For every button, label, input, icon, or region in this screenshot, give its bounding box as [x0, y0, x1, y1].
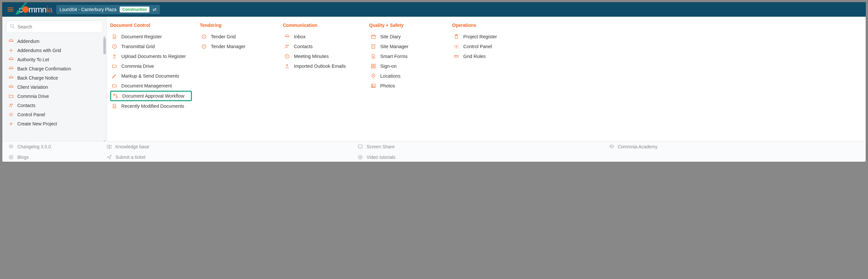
- upload-icon: [284, 63, 290, 69]
- clock-icon: [284, 54, 290, 59]
- menu-item[interactable]: Client Variation: [6, 83, 105, 92]
- menu-item[interactable]: Recently Modified Documents: [110, 101, 192, 111]
- menu-item-label: Contacts: [294, 44, 313, 49]
- menu-item[interactable]: Commnia Drive: [6, 92, 105, 101]
- svg-rect-13: [372, 45, 375, 49]
- menu-item[interactable]: Authority To Let: [6, 55, 105, 64]
- menu-item[interactable]: Control Panel: [452, 41, 518, 51]
- svg-rect-12: [371, 35, 375, 39]
- menu-item[interactable]: Document Management: [110, 81, 192, 91]
- project-label: Lsun004 - Canterbury Plaza: [60, 7, 116, 12]
- menu-item[interactable]: Addendum: [6, 37, 105, 46]
- menu-item[interactable]: Contacts: [283, 41, 361, 51]
- building-icon: [370, 44, 376, 49]
- menu-item[interactable]: Document Approval Workflow: [110, 91, 192, 101]
- svg-point-18: [373, 75, 374, 76]
- search-icon: [10, 24, 15, 30]
- svg-rect-24: [455, 55, 458, 57]
- menu-item[interactable]: Locations: [369, 71, 444, 81]
- menu-item[interactable]: Site Manager: [369, 41, 444, 51]
- menu-item-label: Site Manager: [380, 44, 408, 49]
- menu-item[interactable]: Grid Rules: [452, 51, 518, 61]
- search-input[interactable]: [18, 24, 99, 29]
- scrollbar-thumb[interactable]: [103, 38, 106, 54]
- menu-item[interactable]: Markup & Send Documents: [110, 71, 192, 81]
- footer-link[interactable]: Screen Share: [357, 144, 609, 149]
- doc-icon: [370, 54, 376, 59]
- menu-item-label: Authority To Let: [17, 57, 49, 62]
- clipboard-icon: [454, 34, 459, 39]
- footer-link[interactable]: Submit a ticket: [106, 155, 357, 160]
- menu-item[interactable]: Transmittal Grid: [110, 41, 192, 51]
- column-quality-safety: Quality + Safety Site DiarySite ManagerS…: [369, 23, 444, 138]
- footer-link[interactable]: Commnia Academy: [609, 144, 860, 149]
- workflow-icon: [113, 93, 118, 99]
- menu-item-label: Client Variation: [17, 84, 48, 90]
- column-header: Operations: [452, 23, 518, 28]
- inbox-icon: [284, 34, 290, 39]
- sidebar: ▲ ▼ AddendumAddendums with GridAuthority…: [2, 17, 107, 141]
- inbox-icon: [8, 84, 14, 90]
- svg-point-27: [358, 155, 362, 159]
- menu-item-label: Document Approval Workflow: [122, 93, 184, 99]
- menu-item[interactable]: Addendums with Grid: [6, 46, 105, 55]
- menu-item-label: Document Management: [121, 83, 172, 88]
- top-bar: cmmnia Lsun004 - Canterbury Plaza Constr…: [2, 2, 866, 17]
- menu-item[interactable]: Imported Outlook Emails: [283, 61, 361, 71]
- menu-item[interactable]: Tender Manager: [200, 41, 275, 51]
- menu-item-label: Commnia Drive: [121, 63, 154, 69]
- send-icon: [106, 155, 112, 160]
- scrollbar-down-icon[interactable]: ▼: [103, 140, 106, 141]
- menu-item-label: Locations: [380, 73, 401, 79]
- menu-item-label: Control Panel: [17, 112, 45, 117]
- menu-item-label: Inbox: [294, 34, 305, 39]
- menu-item[interactable]: Contacts: [6, 101, 105, 110]
- gear-icon: [8, 112, 14, 117]
- menu-item[interactable]: Photos: [369, 81, 444, 91]
- gear-icon: [454, 44, 459, 49]
- project-switcher[interactable]: Lsun004 - Canterbury Plaza Construction …: [56, 5, 160, 14]
- menu-item-label: Markup & Send Documents: [121, 73, 179, 79]
- menu-item-label: Contacts: [17, 103, 35, 108]
- menu-item[interactable]: Sign-on: [369, 61, 444, 71]
- hamburger-menu-button[interactable]: [6, 6, 15, 13]
- menu-item-label: Sign-on: [380, 63, 397, 69]
- menu-item-label: Site Diary: [380, 34, 401, 39]
- menu-item-label: Addendums with Grid: [17, 48, 61, 53]
- pin-icon: [370, 73, 376, 79]
- footer-label: Video tutorials: [367, 155, 395, 160]
- column-header: Tendering: [200, 23, 275, 28]
- footer-link[interactable]: Video tutorials: [357, 155, 609, 160]
- menu-item[interactable]: Project Register: [452, 32, 518, 41]
- menu-item-label: Control Panel: [463, 44, 492, 49]
- menu-item[interactable]: Meeting Minutes: [283, 51, 361, 61]
- menu-item[interactable]: Tender Grid: [200, 32, 275, 41]
- footer-link[interactable]: Blogs: [8, 155, 106, 160]
- doc-icon: [112, 104, 117, 109]
- svg-point-10: [288, 45, 289, 46]
- menu-item[interactable]: Inbox: [283, 32, 361, 41]
- menu-item[interactable]: Document Register: [110, 32, 192, 41]
- menu-item[interactable]: Create New Project: [6, 119, 105, 128]
- menu-item[interactable]: Commnia Drive: [110, 61, 192, 71]
- svg-point-23: [456, 46, 457, 47]
- menu-item[interactable]: Upload Documents to Register: [110, 51, 192, 61]
- clock-icon: [201, 44, 207, 49]
- menu-item[interactable]: Back Charge Notice: [6, 73, 105, 83]
- menu-item[interactable]: Site Diary: [369, 32, 444, 41]
- status-badge: Construction: [120, 6, 149, 12]
- menu-item[interactable]: Back Charge Confirmation: [6, 64, 105, 73]
- clock-icon: [112, 44, 117, 49]
- footer-label: Blogs: [17, 155, 29, 160]
- upload-icon: [112, 54, 117, 59]
- menu-item[interactable]: Control Panel: [6, 110, 105, 119]
- footer-link[interactable]: Changelog 3.5.0: [8, 144, 106, 149]
- cap-icon: [609, 144, 615, 149]
- sidebar-list: ▲ ▼ AddendumAddendums with GridAuthority…: [2, 37, 106, 141]
- menu-item[interactable]: Smart Forms: [369, 51, 444, 61]
- search-box[interactable]: [6, 21, 103, 33]
- layers-icon: [8, 144, 14, 149]
- menu-item-label: Commnia Drive: [17, 94, 49, 99]
- svg-point-1: [10, 104, 11, 105]
- footer-link[interactable]: Knowledge base: [106, 144, 357, 149]
